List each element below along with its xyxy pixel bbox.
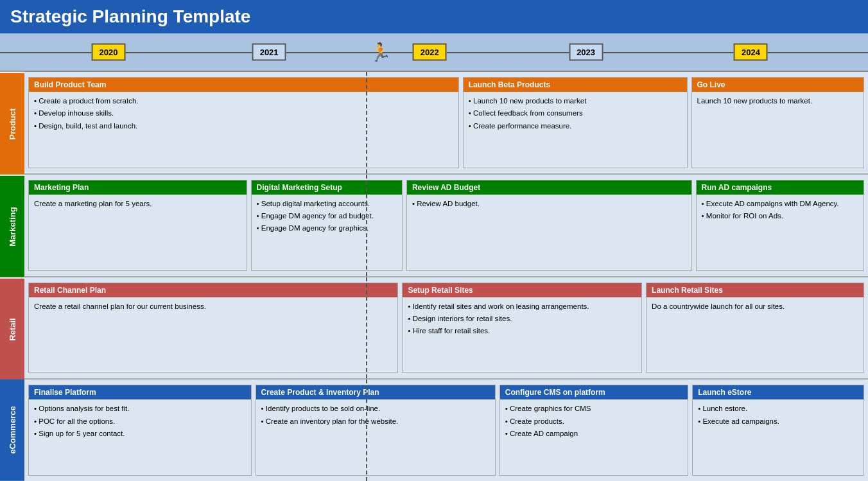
- card-finalise-platform: Finalise Platform Options analysis for b…: [28, 385, 252, 476]
- card-body-launch-estore: Lunch estore. Execute ad campaigns.: [693, 399, 864, 475]
- card-header-launch-estore: Launch eStore: [693, 385, 864, 399]
- label-ecommerce: eCommerce: [0, 380, 24, 481]
- year-2022: 2022: [413, 44, 447, 61]
- card-body-setup-retail-sites: Identify retail sites and work on leasin…: [403, 297, 641, 373]
- card-header-go-live: Go Live: [692, 78, 864, 92]
- card-header-review-ad-budget: Review AD Budget: [407, 180, 691, 195]
- timeline-bar: 2020 2021 2022 2023 2024 🏃: [0, 33, 868, 72]
- marketing-row: Marketing Plan Create a marketing plan f…: [24, 175, 868, 277]
- year-2021: 2021: [252, 44, 286, 61]
- row-labels: Product Marketing Retail eCommerce: [0, 72, 24, 481]
- card-header-finalise-platform: Finalise Platform: [29, 385, 251, 399]
- card-marketing-plan: Marketing Plan Create a marketing plan f…: [28, 180, 247, 271]
- content-area: Build Product Team Create a product from…: [24, 72, 868, 481]
- list-item: Lunch estore.: [698, 403, 858, 414]
- card-body-marketing-plan: Create a marketing plan for 5 years.: [29, 195, 247, 270]
- card-review-ad-budget: Review AD Budget Review AD budget.: [406, 180, 692, 271]
- list-item: Design interiors for retail sites.: [408, 313, 636, 324]
- card-launch-beta-products: Launch Beta Products Launch 10 new produ…: [463, 77, 688, 168]
- card-body-run-ad-campaigns: Execute AD campaigns with DM Agency. Mon…: [697, 195, 864, 270]
- list-item: Create a product from scratch.: [34, 96, 453, 107]
- list-item: Engage DM agency for ad budget.: [257, 211, 397, 222]
- card-create-product-inventory-plan: Create Product & Inventory Plan Identify…: [256, 385, 496, 476]
- year-2023: 2023: [569, 44, 603, 61]
- card-header-run-ad-campaigns: Run AD campaigns: [697, 180, 864, 195]
- card-body-launch-retail-sites: Do a countrywide launch for all our site…: [647, 297, 864, 373]
- page-title: Strategic Planning Template: [10, 6, 250, 27]
- card-header-retail-channel-plan: Retail Channel Plan: [29, 283, 397, 297]
- card-body-create-product-inventory-plan: Identify products to be sold on-line. Cr…: [256, 399, 495, 475]
- card-setup-retail-sites: Setup Retail Sites Identify retail sites…: [402, 283, 642, 374]
- card-header-create-product-inventory-plan: Create Product & Inventory Plan: [256, 385, 495, 399]
- list-item: Review AD budget.: [412, 198, 686, 209]
- retail-row: Retail Channel Plan Create a retail chan…: [24, 277, 868, 380]
- card-body-configure-cms-on-platform: Create graphics for CMS Create products.…: [500, 399, 688, 475]
- card-header-launch-beta-products: Launch Beta Products: [464, 78, 687, 92]
- label-product: Product: [0, 72, 24, 175]
- page-header: Strategic Planning Template: [0, 0, 868, 33]
- list-item: Create graphics for CMS: [505, 403, 682, 414]
- card-go-live: Go Live Launch 10 new products to market…: [691, 77, 865, 168]
- card-body-review-ad-budget: Review AD budget.: [407, 195, 691, 270]
- card-body-build-product-team: Create a product from scratch. Develop i…: [29, 92, 458, 168]
- main-content: Product Marketing Retail eCommerce Build…: [0, 72, 868, 481]
- card-digital-marketing-setup: Digital Marketing Setup Setup digital ma…: [251, 180, 403, 271]
- card-retail-channel-plan: Retail Channel Plan Create a retail chan…: [28, 283, 398, 374]
- card-run-ad-campaigns: Run AD campaigns Execute AD campaigns wi…: [696, 180, 864, 271]
- label-marketing: Marketing: [0, 175, 24, 277]
- year-2024: 2024: [734, 44, 768, 61]
- list-item: POC for all the options.: [34, 416, 246, 427]
- dashed-line-retail: [366, 277, 367, 379]
- card-body-launch-beta-products: Launch 10 new products to market Collect…: [464, 92, 687, 168]
- label-retail: Retail: [0, 277, 24, 380]
- card-header-build-product-team: Build Product Team: [29, 78, 458, 92]
- list-item: Create AD campaign: [505, 428, 682, 439]
- list-item: Options analysis for best fit.: [34, 403, 246, 414]
- list-item: Identify retail sites and work on leasin…: [408, 301, 636, 312]
- list-item: Launch 10 new products to market: [469, 96, 682, 107]
- list-item: Design, build, test and launch.: [34, 121, 453, 132]
- list-item: Collect feedback from consumers: [469, 108, 682, 119]
- card-body-finalise-platform: Options analysis for best fit. POC for a…: [29, 399, 251, 475]
- list-item: Execute AD campaigns with DM Agency.: [702, 198, 858, 209]
- list-item: Monitor for ROI on Ads.: [702, 211, 858, 222]
- card-build-product-team: Build Product Team Create a product from…: [28, 77, 459, 168]
- list-item: Setup digital marketing accounts.: [257, 198, 397, 209]
- list-item: Execute ad campaigns.: [698, 416, 858, 427]
- card-header-configure-cms-on-platform: Configure CMS on platform: [500, 385, 688, 399]
- dashed-line-marketing: [366, 175, 367, 276]
- list-item: Engage DM agency for graphics.: [257, 223, 397, 234]
- ecommerce-row: Finalise Platform Options analysis for b…: [24, 380, 868, 481]
- card-body-digital-marketing-setup: Setup digital marketing accounts. Engage…: [252, 195, 402, 270]
- card-launch-retail-sites: Launch Retail Sites Do a countrywide lau…: [646, 283, 864, 374]
- card-configure-cms-on-platform: Configure CMS on platform Create graphic…: [499, 385, 688, 476]
- list-item: Develop inhouse skills.: [34, 108, 453, 119]
- product-row: Build Product Team Create a product from…: [24, 72, 868, 175]
- card-launch-estore: Launch eStore Lunch estore. Execute ad c…: [692, 385, 864, 476]
- card-header-setup-retail-sites: Setup Retail Sites: [403, 283, 641, 297]
- list-item: Identify products to be sold on-line.: [261, 403, 490, 414]
- list-item: Sign up for 5 year contact.: [34, 428, 246, 439]
- card-header-marketing-plan: Marketing Plan: [29, 180, 247, 195]
- card-header-launch-retail-sites: Launch Retail Sites: [647, 283, 864, 297]
- list-item: Create an inventory plan for the website…: [261, 416, 490, 427]
- card-header-digital-marketing-setup: Digital Marketing Setup: [252, 180, 402, 195]
- card-body-retail-channel-plan: Create a retail channel plan for our cur…: [29, 297, 397, 373]
- runner-icon: 🏃: [369, 42, 392, 63]
- list-item: Create products.: [505, 416, 682, 427]
- dashed-line-product: [366, 72, 367, 173]
- dashed-line-ecommerce: [366, 380, 367, 481]
- card-body-go-live: Launch 10 new products to market.: [692, 92, 864, 168]
- list-item: Hire staff for retail sites.: [408, 326, 636, 337]
- list-item: Create performance measure.: [469, 121, 682, 132]
- year-2020: 2020: [92, 44, 126, 61]
